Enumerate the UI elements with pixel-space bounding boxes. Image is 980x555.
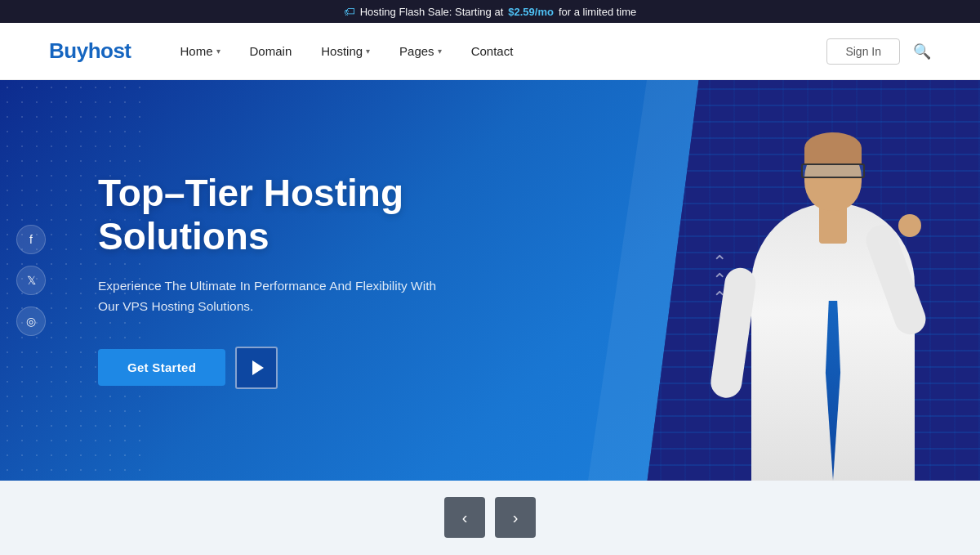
slider-prev-button[interactable]: ‹ <box>444 497 485 538</box>
logo[interactable]: Buyhost <box>49 38 131 64</box>
announcement-price: $2.59/mo <box>508 6 554 18</box>
slider-controls: ‹ › <box>0 481 980 553</box>
play-button[interactable] <box>235 347 278 389</box>
chevron-down-icon: ▾ <box>438 47 442 56</box>
play-icon <box>252 360 264 375</box>
chevron-down-icon: ▾ <box>366 47 370 56</box>
hero-section: f 𝕏 ◎ ⌃ ⌃ ⌃ Top–Tier HostingSolutions Ex… <box>0 80 980 481</box>
hero-title: Top–Tier HostingSolutions <box>98 172 441 258</box>
nav-item-pages[interactable]: Pages ▾ <box>399 44 442 58</box>
announcement-text-after: for a limited time <box>559 6 636 18</box>
sign-in-button[interactable]: Sign In <box>826 38 900 65</box>
logo-part2: host <box>88 38 131 63</box>
nav-item-hosting[interactable]: Hosting ▾ <box>321 44 370 58</box>
chevron-down-icon: ▾ <box>216 47 220 56</box>
scroll-chevrons: ⌃ ⌃ ⌃ <box>712 253 727 307</box>
nav-item-domain[interactable]: Domain <box>250 44 292 58</box>
person-figure <box>702 121 964 481</box>
search-icon[interactable]: 🔍 <box>913 43 931 60</box>
social-sidebar: f 𝕏 ◎ <box>16 225 46 336</box>
header-actions: Sign In 🔍 <box>826 38 931 65</box>
instagram-icon[interactable]: ◎ <box>16 307 46 336</box>
chevron-up-icon-1: ⌃ <box>712 253 727 271</box>
header: Buyhost Home ▾ Domain Hosting ▾ Pages ▾ … <box>0 23 980 80</box>
hero-buttons: Get Started <box>98 347 441 389</box>
announcement-text-before: Hosting Flash Sale: Starting at <box>360 6 504 18</box>
slider-next-button[interactable]: › <box>495 497 536 538</box>
twitter-icon[interactable]: 𝕏 <box>16 266 46 295</box>
facebook-icon[interactable]: f <box>16 225 46 254</box>
chevron-up-icon-2: ⌃ <box>712 271 727 289</box>
tag-icon: 🏷 <box>344 5 355 18</box>
get-started-button[interactable]: Get Started <box>98 349 225 386</box>
hero-subtitle: Experience The Ultimate In Performance A… <box>98 276 441 317</box>
announcement-bar: 🏷 Hosting Flash Sale: Starting at $2.59/… <box>0 0 980 23</box>
hero-content: Top–Tier HostingSolutions Experience The… <box>0 172 441 388</box>
nav-item-home[interactable]: Home ▾ <box>180 44 220 58</box>
chevron-up-icon-3: ⌃ <box>712 289 727 307</box>
main-nav: Home ▾ Domain Hosting ▾ Pages ▾ Contact <box>180 44 827 58</box>
logo-part1: Buy <box>49 38 88 63</box>
nav-item-contact[interactable]: Contact <box>471 44 514 58</box>
